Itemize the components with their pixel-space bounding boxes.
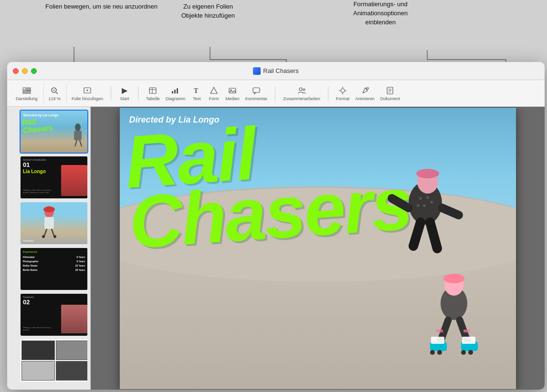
slide5-background: Treatment 02 Skating is more than just m… <box>21 294 88 336</box>
slide6-panel-1 <box>21 340 55 360</box>
maximize-button[interactable] <box>31 68 37 74</box>
toolbar-group-insert: Tabelle Diagramm T Text <box>141 84 272 103</box>
svg-rect-22 <box>174 90 176 93</box>
dokument-label: Dokument <box>380 96 400 101</box>
titlebar: Rail Chasers <box>7 62 545 80</box>
toolbar-diagramm[interactable]: Diagramm <box>163 84 189 103</box>
toolbar-zusammenarbeiten[interactable]: Zusammenarbeiten <box>280 84 323 103</box>
svg-rect-42 <box>74 131 82 140</box>
slide6-panel-3 <box>21 361 55 381</box>
slide-img-5: Treatment 02 Skating is more than just m… <box>21 294 88 336</box>
toolbar-text[interactable]: T Text <box>188 84 205 103</box>
svg-rect-26 <box>229 88 236 93</box>
toolbar-darstellung[interactable]: Darstellung <box>13 84 41 103</box>
zusammenarbeiten-label: Zusammenarbeiten <box>283 96 320 101</box>
slide-thumb-wrapper-4: 4 Experience Filmmaker6 Years Photograph… <box>9 247 88 291</box>
slide-thumb-wrapper-3: 3 <box>9 201 88 245</box>
svg-text:T: T <box>194 87 199 94</box>
toolbar: Darstellung + 119 % <box>7 80 545 107</box>
svg-rect-23 <box>177 88 178 93</box>
svg-point-53 <box>419 197 422 200</box>
slide-thumb-wrapper-1: 1 Directed by Lia Longo RailChasers <box>9 110 88 154</box>
collab-icon <box>297 86 306 95</box>
slide5-person <box>61 305 87 333</box>
seated-skater <box>406 251 502 370</box>
minimize-button[interactable] <box>22 68 28 74</box>
tabelle-label: Tabelle <box>146 96 160 101</box>
slide-thumb-6[interactable] <box>20 339 88 382</box>
callout-right: Formatierungs- undAnimationsoptioneneinb… <box>353 0 408 27</box>
svg-rect-77 <box>436 330 443 332</box>
app-window: Rail Chasers Darstellung <box>7 62 545 390</box>
document-icon <box>386 86 394 95</box>
keynote-icon <box>253 67 261 75</box>
slide6-panel-2 <box>56 340 89 360</box>
svg-rect-10 <box>23 91 31 92</box>
title-text: Rail Chasers <box>263 67 298 74</box>
darstellung-icon <box>22 86 31 95</box>
svg-point-74 <box>468 350 473 355</box>
toolbar-medien[interactable]: Medien <box>222 84 242 103</box>
slide3-label: TRAINING <box>22 239 34 242</box>
table-icon <box>148 86 157 95</box>
slide-thumb-wrapper-5: 5 Treatment 02 Skating is more than just… <box>9 293 88 337</box>
start-label: Start <box>120 96 129 101</box>
close-button[interactable] <box>13 68 19 74</box>
toolbar-format[interactable]: Format <box>333 84 353 103</box>
slide-thumb-3[interactable]: TRAINING <box>20 201 88 245</box>
window-title: Rail Chasers <box>253 67 298 75</box>
svg-line-43 <box>75 140 77 146</box>
callout-left: Folien bewegen, um sie neu anzuordnen <box>45 2 158 11</box>
svg-marker-25 <box>210 87 217 93</box>
toolbar-kommentar[interactable]: Kommentar <box>242 84 271 103</box>
svg-point-72 <box>437 350 442 355</box>
format-label: Format <box>336 96 350 101</box>
svg-rect-7 <box>23 88 26 90</box>
svg-point-54 <box>426 196 429 199</box>
zoom-label: 119 % <box>49 96 61 101</box>
slide6-background <box>21 340 88 382</box>
add-slide-label: Folie hinzufügen <box>72 96 103 101</box>
svg-rect-28 <box>253 88 260 93</box>
slide-thumb-2[interactable]: Director's Introduction 01 Lia Longo Ska… <box>20 155 88 199</box>
shape-icon <box>210 86 218 95</box>
slide4-rows: Filmmaker6 Years Photographer9 Years Rol… <box>23 256 85 271</box>
callout-center: Zu eigenen FolienObjekte hinzufügen <box>181 2 235 21</box>
toolbar-zoomen[interactable]: + 119 % <box>46 84 64 103</box>
slide1-graffiti: RailChasers <box>22 116 53 134</box>
slide-thumb-5[interactable]: Treatment 02 Skating is more than just m… <box>20 293 88 337</box>
svg-point-59 <box>416 169 439 178</box>
toolbar-add-slide[interactable]: Folie hinzufügen <box>69 84 106 103</box>
sep1 <box>111 86 111 101</box>
sep3 <box>275 86 275 101</box>
slide3-background: TRAINING <box>21 202 88 244</box>
slide-thumb-4[interactable]: Experience Filmmaker6 Years Photographer… <box>20 247 88 291</box>
main-content: 1 Directed by Lia Longo RailChasers <box>7 107 545 390</box>
slide4-background: Experience Filmmaker6 Years Photographer… <box>21 248 88 290</box>
svg-point-30 <box>303 89 305 91</box>
svg-rect-8 <box>27 88 31 89</box>
toolbar-group-add: Folie hinzufügen <box>66 84 108 103</box>
slide-thumb-1[interactable]: Directed by Lia Longo RailChasers <box>20 110 88 154</box>
toolbar-dokument[interactable]: Dokument <box>378 84 403 103</box>
toolbar-tabelle[interactable]: Tabelle <box>143 84 163 103</box>
svg-point-36 <box>367 87 368 89</box>
chart-icon <box>171 86 179 95</box>
zoom-icon: + <box>50 86 59 95</box>
svg-rect-78 <box>463 330 470 332</box>
slide-canvas[interactable]: Directed by Lia Longo RailChasers <box>120 108 516 389</box>
toolbar-start[interactable]: ▶ Start <box>116 84 133 103</box>
svg-line-48 <box>44 229 47 236</box>
svg-rect-76 <box>462 337 475 344</box>
toolbar-animieren[interactable]: Animieren <box>352 84 378 103</box>
toolbar-group-collab: Zusammenarbeiten <box>278 84 325 103</box>
slide-thumb-wrapper-6: 6 <box>9 339 88 382</box>
slide2-background: Director's Introduction 01 Lia Longo Ska… <box>21 156 88 198</box>
slide2-body: Skating is more than just moving around.… <box>23 189 52 194</box>
toolbar-form[interactable]: Form <box>205 84 222 103</box>
svg-point-41 <box>75 124 81 131</box>
slide2-person <box>61 165 87 196</box>
svg-line-49 <box>52 229 54 236</box>
toolbar-group-play: ▶ Start <box>114 84 135 103</box>
svg-point-56 <box>423 204 426 207</box>
